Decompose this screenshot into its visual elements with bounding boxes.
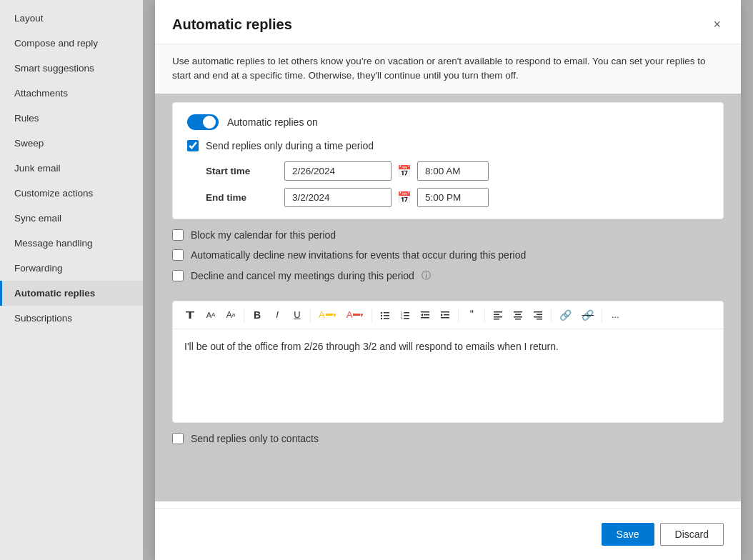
below-card-options: Block my calendar for this period Automa…	[155, 219, 741, 301]
info-icon: ⓘ	[422, 269, 431, 282]
link-button[interactable]: 🔗	[555, 306, 576, 324]
svg-rect-11	[404, 318, 409, 319]
time-period-row: Send replies only during a time period	[187, 140, 709, 151]
sidebar-item-layout[interactable]: Layout	[0, 6, 143, 31]
more-options-button[interactable]: ...	[606, 306, 624, 324]
panel-description: Use automatic replies to let others know…	[155, 44, 741, 94]
svg-rect-14	[421, 317, 429, 319]
decline-invitations-row: Automatically decline new invitations fo…	[172, 249, 724, 261]
toolbar-sep-3	[371, 308, 372, 322]
font-color-button[interactable]: A ▾	[342, 306, 369, 324]
svg-rect-25	[515, 319, 521, 320]
svg-rect-16	[444, 314, 449, 316]
decline-invitations-checkbox[interactable]	[172, 249, 184, 261]
start-time-group: 📅	[284, 161, 709, 181]
discard-button[interactable]: Discard	[660, 523, 724, 546]
highlight-button[interactable]: A ▾	[314, 306, 341, 324]
sidebar-item-smart-suggestions[interactable]: Smart suggestions	[0, 56, 143, 81]
start-time-label: Start time	[206, 166, 277, 176]
sidebar-item-sync-email[interactable]: Sync email	[0, 206, 143, 231]
contacts-only-checkbox[interactable]	[172, 433, 184, 444]
toolbar-sep-4	[458, 308, 459, 322]
settings-panel: Automatic replies × Use automatic replie…	[155, 0, 741, 560]
svg-point-4	[381, 317, 382, 319]
underline-button[interactable]: U	[288, 306, 306, 324]
svg-rect-5	[384, 318, 389, 319]
start-calendar-icon[interactable]: 📅	[397, 164, 412, 178]
svg-text:3.: 3.	[401, 316, 403, 320]
quote-button[interactable]: “	[462, 306, 481, 324]
svg-rect-19	[494, 314, 499, 315]
svg-rect-12	[421, 311, 429, 313]
align-right-button[interactable]	[529, 306, 547, 324]
toolbar-sep-7	[602, 308, 602, 322]
contacts-only-label[interactable]: Send replies only to contacts	[191, 433, 319, 444]
toolbar-sep-2	[310, 308, 311, 322]
svg-rect-18	[494, 311, 502, 313]
time-grid: Start time 📅 End time 📅	[187, 161, 709, 207]
decline-cancel-label[interactable]: Decline and cancel my meetings during th…	[191, 270, 414, 281]
block-calendar-checkbox[interactable]	[172, 229, 184, 241]
reply-text-editor[interactable]: I'll be out of the office from 2/26 thro…	[173, 329, 723, 422]
end-calendar-icon[interactable]: 📅	[397, 191, 412, 204]
main-content: Automatic replies × Use automatic replie…	[143, 0, 753, 560]
toggle-label: Automatic replies on	[227, 116, 318, 128]
indent-less-button[interactable]	[416, 306, 434, 324]
bold-button[interactable]: B	[248, 306, 266, 324]
svg-rect-23	[515, 314, 521, 315]
start-date-input[interactable]	[284, 161, 392, 181]
svg-rect-29	[537, 319, 542, 320]
sidebar-item-attachments[interactable]: Attachments	[0, 81, 143, 106]
svg-rect-15	[441, 311, 449, 313]
sidebar-item-forwarding[interactable]: Forwarding	[0, 256, 143, 281]
sidebar-item-message-handling[interactable]: Message handling	[0, 231, 143, 256]
svg-point-2	[381, 314, 382, 316]
start-time-input[interactable]	[417, 161, 489, 181]
svg-rect-22	[514, 311, 522, 313]
time-period-checkbox[interactable]	[187, 140, 199, 151]
end-time-input[interactable]	[417, 188, 489, 207]
format-button[interactable]	[180, 306, 200, 324]
bullets-button[interactable]	[376, 306, 394, 324]
superscript-button[interactable]: Aa	[221, 306, 240, 324]
italic-button[interactable]: I	[268, 306, 286, 324]
close-button[interactable]: ×	[710, 14, 724, 35]
svg-rect-3	[384, 315, 389, 316]
unlink-button[interactable]: 🔗	[577, 306, 598, 324]
sidebar-item-sweep[interactable]: Sweep	[0, 131, 143, 156]
end-date-input[interactable]	[284, 188, 392, 207]
svg-rect-27	[537, 314, 542, 315]
toggle-row: Automatic replies on	[187, 114, 709, 130]
save-button[interactable]: Save	[602, 523, 654, 546]
sidebar-item-automatic-replies[interactable]: Automatic replies	[0, 281, 143, 306]
svg-rect-20	[494, 316, 502, 318]
block-calendar-label[interactable]: Block my calendar for this period	[191, 229, 336, 241]
align-left-button[interactable]	[489, 306, 507, 324]
decline-cancel-checkbox[interactable]	[172, 270, 184, 281]
indent-more-button[interactable]	[436, 306, 454, 324]
sidebar-item-junk-email[interactable]: Junk email	[0, 156, 143, 181]
font-size-button[interactable]: AA	[201, 306, 220, 324]
svg-rect-13	[424, 314, 429, 316]
sidebar-item-compose-reply[interactable]: Compose and reply	[0, 31, 143, 56]
panel-title: Automatic replies	[172, 16, 292, 33]
sidebar-item-subscriptions[interactable]: Subscriptions	[0, 306, 143, 331]
align-center-button[interactable]	[509, 306, 527, 324]
time-period-label[interactable]: Send replies only during a time period	[206, 140, 374, 151]
editor-toolbar: AA Aa B I U A ▾	[173, 301, 723, 329]
svg-rect-9	[404, 315, 409, 316]
decline-invitations-label[interactable]: Automatically decline new invitations fo…	[191, 249, 526, 261]
auto-reply-toggle[interactable]	[187, 114, 219, 130]
auto-reply-card: Automatic replies on Send replies only d…	[172, 102, 724, 219]
sidebar-item-rules[interactable]: Rules	[0, 106, 143, 131]
sidebar-item-customize-actions[interactable]: Customize actions	[0, 181, 143, 206]
toolbar-sep-5	[484, 308, 485, 322]
end-time-label: End time	[206, 192, 277, 203]
svg-rect-17	[441, 317, 449, 319]
numbered-button[interactable]: 1.2.3.	[396, 306, 414, 324]
sidebar: Layout Compose and reply Smart suggestio…	[0, 0, 143, 560]
svg-rect-7	[404, 312, 409, 314]
editor-area: AA Aa B I U A ▾	[172, 301, 724, 423]
toolbar-sep-1	[244, 308, 244, 322]
svg-rect-1	[384, 312, 389, 314]
